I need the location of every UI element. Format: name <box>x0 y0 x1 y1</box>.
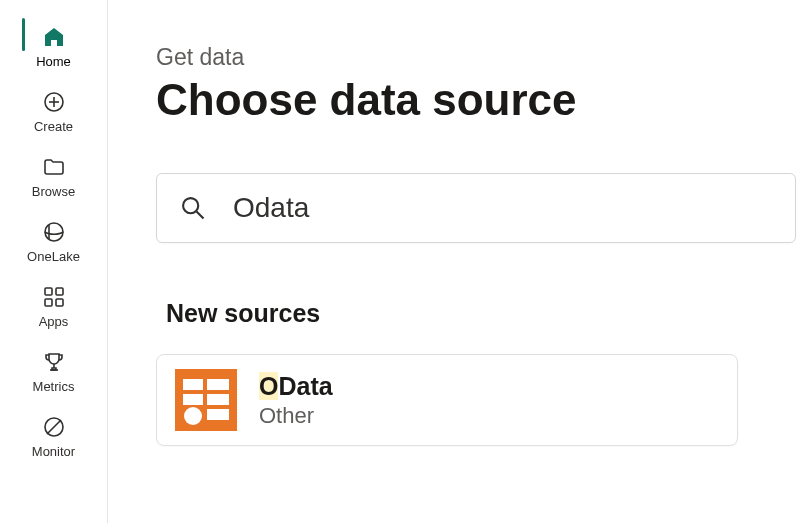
sidebar-item-label: Home <box>36 54 71 69</box>
card-title: OData <box>259 371 333 401</box>
plus-circle-icon <box>41 89 67 115</box>
sidebar-item-monitor[interactable]: Monitor <box>0 404 107 469</box>
page-title: Choose data source <box>156 75 802 125</box>
sidebar-item-onelake[interactable]: OneLake <box>0 209 107 274</box>
trophy-icon <box>41 349 67 375</box>
svg-point-3 <box>45 223 63 241</box>
svg-point-17 <box>184 407 202 425</box>
onelake-icon <box>41 219 67 245</box>
svg-rect-4 <box>45 288 52 295</box>
svg-rect-7 <box>56 299 63 306</box>
sidebar-item-apps[interactable]: Apps <box>0 274 107 339</box>
sidebar-item-label: Browse <box>32 184 75 199</box>
sidebar-item-metrics[interactable]: Metrics <box>0 339 107 404</box>
monitor-icon <box>41 414 67 440</box>
svg-rect-13 <box>183 379 203 390</box>
sidebar-item-browse[interactable]: Browse <box>0 144 107 209</box>
sidebar-item-label: Apps <box>39 314 69 329</box>
sidebar-item-label: Monitor <box>32 444 75 459</box>
sidebar: Home Create Browse OneLake Apps Metrics <box>0 0 108 523</box>
sidebar-item-label: OneLake <box>27 249 80 264</box>
home-icon <box>41 24 67 50</box>
svg-rect-18 <box>207 409 229 420</box>
svg-rect-16 <box>207 394 229 405</box>
svg-line-11 <box>197 212 204 219</box>
search-icon <box>179 194 207 222</box>
card-subtitle: Other <box>259 403 333 429</box>
svg-rect-15 <box>183 394 203 405</box>
svg-rect-14 <box>207 379 229 390</box>
apps-icon <box>41 284 67 310</box>
search-box[interactable] <box>156 173 796 243</box>
odata-icon <box>175 369 237 431</box>
data-source-card-odata[interactable]: OData Other <box>156 354 738 446</box>
svg-point-10 <box>183 198 198 213</box>
sidebar-item-create[interactable]: Create <box>0 79 107 144</box>
folder-icon <box>41 154 67 180</box>
search-input[interactable] <box>233 192 773 224</box>
sidebar-item-home[interactable]: Home <box>0 14 107 79</box>
card-text: OData Other <box>259 371 333 429</box>
breadcrumb: Get data <box>156 44 802 71</box>
section-heading-new-sources: New sources <box>166 299 802 328</box>
svg-rect-5 <box>56 288 63 295</box>
sidebar-item-label: Create <box>34 119 73 134</box>
svg-rect-6 <box>45 299 52 306</box>
sidebar-item-label: Metrics <box>33 379 75 394</box>
main-content: Get data Choose data source New sources … <box>108 0 802 523</box>
